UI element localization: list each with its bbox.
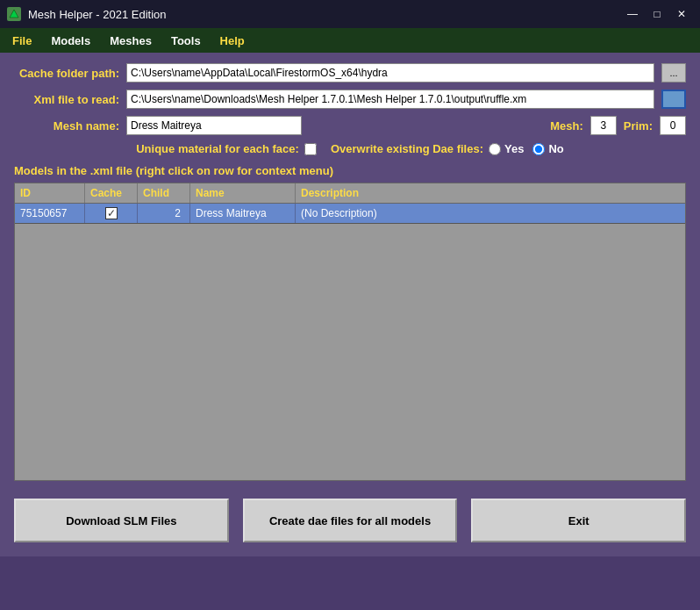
menu-models[interactable]: Models: [42, 31, 99, 51]
minimize-button[interactable]: —: [621, 5, 644, 23]
prim-count-value: 0: [660, 116, 686, 135]
cache-browse-button[interactable]: ...: [661, 63, 686, 83]
col-cache: Cache: [85, 183, 138, 203]
cell-id: 75150657: [15, 204, 85, 223]
cache-checkbox-display: ✓: [105, 207, 118, 219]
table-section: Models in the .xml file (right click on …: [14, 164, 686, 481]
unique-material-label: Unique material for each face:: [136, 142, 299, 155]
col-name: Name: [190, 183, 296, 203]
xml-label: Xml file to read:: [14, 93, 119, 106]
table-title: Models in the .xml file (right click on …: [14, 164, 686, 177]
close-button[interactable]: ✕: [670, 5, 693, 23]
menu-bar: File Models Meshes Tools Help: [0, 28, 700, 53]
overwrite-group: Overwrite existing Dae files: Yes No: [331, 142, 564, 155]
svg-marker-0: [10, 10, 18, 18]
table-container[interactable]: ID Cache Child Name Description 75150657…: [14, 183, 686, 481]
overwrite-yes-radio[interactable]: [489, 143, 501, 155]
cell-description: (No Description): [296, 204, 685, 223]
title-bar-left: Mesh Helper - 2021 Edition: [7, 7, 167, 21]
no-text: No: [548, 142, 563, 155]
mesh-name-input[interactable]: [126, 116, 302, 135]
mesh-count-value: 3: [590, 116, 617, 135]
unique-material-checkbox[interactable]: [304, 143, 317, 155]
main-content: Cache folder path: ... Xml file to read:…: [0, 53, 700, 556]
menu-meshes[interactable]: Meshes: [101, 31, 161, 51]
prim-label: Prim:: [624, 119, 653, 133]
window-title: Mesh Helper - 2021 Edition: [28, 8, 167, 21]
col-description: Description: [296, 183, 685, 203]
unique-material-group: Unique material for each face:: [136, 142, 317, 155]
cache-label: Cache folder path:: [14, 67, 119, 80]
table-row[interactable]: 75150657 ✓ 2 Dress Maitreya (No Descript…: [15, 204, 685, 224]
menu-tools[interactable]: Tools: [162, 31, 210, 51]
mesh-label: Mesh name:: [14, 119, 119, 133]
cell-name: Dress Maitreya: [190, 204, 296, 223]
mesh-count-area: Mesh: 3 Prim: 0: [550, 116, 686, 135]
menu-help[interactable]: Help: [211, 31, 254, 51]
menu-file[interactable]: File: [4, 31, 40, 51]
xml-input[interactable]: [126, 90, 654, 109]
create-dae-button[interactable]: Create dae files for all models: [243, 499, 458, 542]
table-header: ID Cache Child Name Description: [15, 183, 685, 204]
xml-browse-button[interactable]: [661, 90, 686, 109]
cache-row: Cache folder path: ...: [14, 63, 686, 83]
overwrite-no-label[interactable]: No: [532, 142, 563, 155]
download-slm-button[interactable]: Download SLM Files: [14, 499, 229, 542]
mesh-name-row: Mesh name: Mesh: 3 Prim: 0: [14, 116, 686, 135]
exit-button[interactable]: Exit: [471, 499, 686, 542]
cell-child: 2: [138, 204, 190, 223]
col-id: ID: [15, 183, 85, 203]
overwrite-no-radio[interactable]: [532, 143, 545, 155]
overwrite-yes-label[interactable]: Yes: [489, 142, 524, 155]
col-child: Child: [138, 183, 190, 203]
button-row: Download SLM Files Create dae files for …: [14, 492, 686, 546]
maximize-button[interactable]: □: [646, 5, 668, 23]
overwrite-radio-group: Yes No: [489, 142, 564, 155]
window-controls: — □ ✕: [621, 5, 693, 23]
yes-text: Yes: [504, 142, 524, 155]
title-bar: Mesh Helper - 2021 Edition — □ ✕: [0, 0, 700, 28]
app-icon: [7, 7, 21, 21]
cell-cache: ✓: [85, 204, 138, 223]
options-row: Unique material for each face: Overwrite…: [14, 142, 686, 155]
overwrite-label: Overwrite existing Dae files:: [331, 142, 483, 155]
xml-row: Xml file to read:: [14, 90, 686, 109]
cache-input[interactable]: [126, 63, 654, 83]
mesh-count-label: Mesh:: [550, 119, 583, 133]
